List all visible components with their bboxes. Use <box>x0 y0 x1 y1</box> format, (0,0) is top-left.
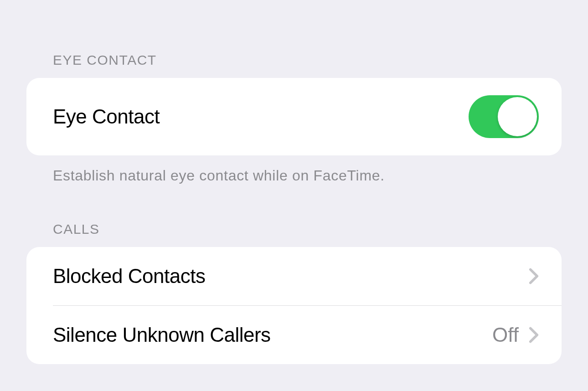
settings-container: EYE CONTACT Eye Contact Establish natura… <box>0 0 588 364</box>
section-header-eye-contact: EYE CONTACT <box>26 0 562 78</box>
chevron-right-icon <box>529 268 539 285</box>
group-calls: Blocked Contacts Silence Unknown Callers… <box>26 247 562 364</box>
row-label-blocked-contacts: Blocked Contacts <box>53 265 205 288</box>
group-eye-contact: Eye Contact <box>26 78 562 155</box>
chevron-right-icon <box>529 326 539 344</box>
row-silence-unknown-callers[interactable]: Silence Unknown Callers Off <box>26 306 562 364</box>
toggle-eye-contact[interactable] <box>469 95 539 138</box>
section-header-calls: CALLS <box>26 184 562 247</box>
row-label-eye-contact: Eye Contact <box>53 105 160 128</box>
row-trailing-blocked-contacts <box>529 268 539 285</box>
toggle-knob <box>498 97 537 136</box>
row-value-silence-unknown-callers: Off <box>492 324 519 346</box>
section-footer-eye-contact: Establish natural eye contact while on F… <box>26 155 562 184</box>
row-eye-contact[interactable]: Eye Contact <box>26 78 562 155</box>
row-trailing-silence-unknown-callers: Off <box>492 324 539 346</box>
row-blocked-contacts[interactable]: Blocked Contacts <box>26 247 562 305</box>
row-label-silence-unknown-callers: Silence Unknown Callers <box>53 324 271 346</box>
